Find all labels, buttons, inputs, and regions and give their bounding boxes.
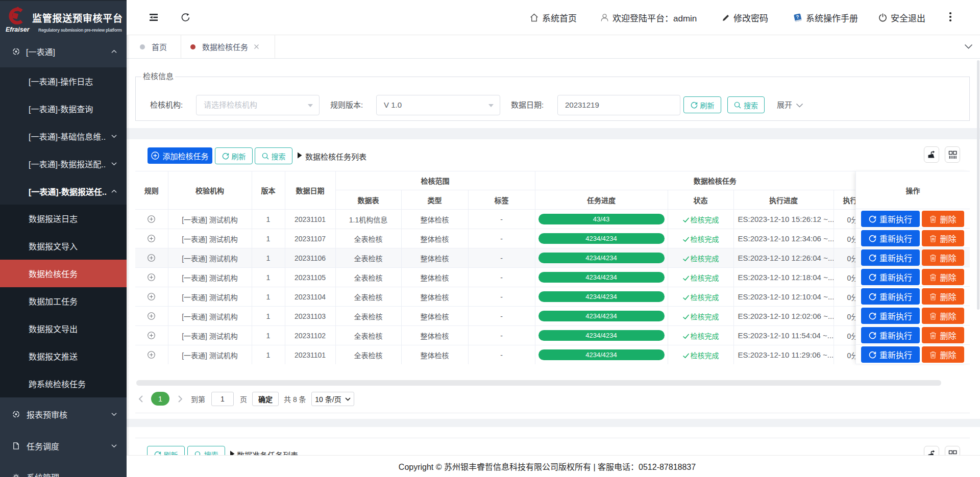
svg-text:监管报送预审核平台: 监管报送预审核平台	[32, 13, 122, 24]
svg-text:Efraiser: Efraiser	[6, 26, 30, 33]
svg-text:Regulatory submission pre-revi: Regulatory submission pre-review platfor…	[38, 28, 122, 33]
